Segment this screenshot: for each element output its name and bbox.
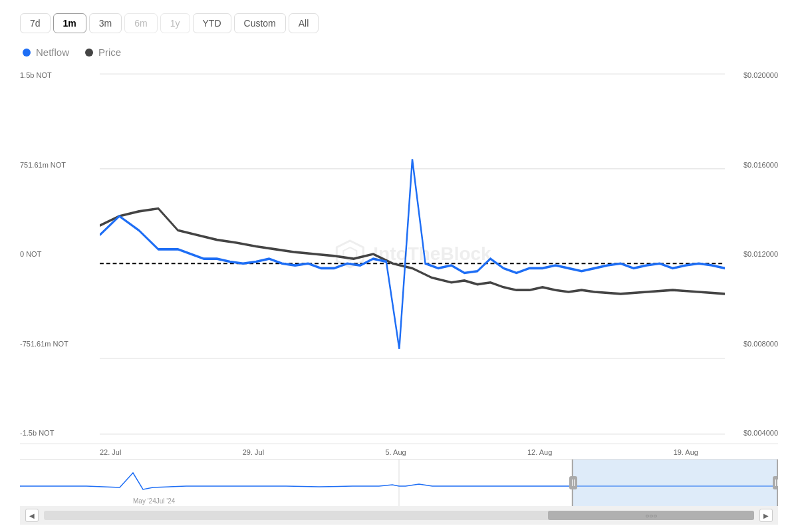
mini-chart-inner: May '24 Jul '24 [20, 460, 778, 506]
chart-area: 1.5b NOT 751.61m NOT 0 NOT -751.61m NOT … [20, 65, 778, 525]
x-axis: 22. Jul 29. Jul 5. Aug 12. Aug 19. Aug [20, 444, 778, 456]
netflow-dot [23, 49, 31, 57]
nav-scrollbar[interactable]: ○○○ [44, 511, 754, 520]
filter-ytd[interactable]: YTD [193, 13, 231, 33]
mini-date-labels: May '24 Jul '24 [20, 497, 778, 505]
x-label-0: 22. Jul [100, 448, 121, 456]
price-dot [85, 49, 93, 57]
chart-legend: Netflow Price [20, 47, 778, 58]
mini-handle-left[interactable] [569, 476, 577, 489]
legend-netflow: Netflow [23, 47, 69, 58]
netflow-line [100, 160, 725, 349]
filter-1m[interactable]: 1m [53, 13, 86, 33]
price-label: Price [98, 47, 121, 58]
y-label-right-0: $0.020000 [725, 71, 778, 79]
x-label-3: 12. Aug [527, 448, 552, 456]
y-label-right-1: $0.016000 [725, 161, 778, 169]
nav-scroll-thumb[interactable]: ○○○ [548, 511, 754, 520]
chart-svg-container: IntoTheBlock [100, 65, 725, 444]
x-label-1: 29. Jul [243, 448, 264, 456]
x-label-4: 19. Aug [674, 448, 698, 456]
y-axis-right: $0.020000 $0.016000 $0.012000 $0.008000 … [725, 65, 778, 444]
nav-arrow-right[interactable]: ▶ [759, 509, 773, 522]
netflow-label: Netflow [36, 47, 69, 58]
mini-date-1: Jul '24 [156, 497, 176, 505]
mini-nav-bar: ◀ ○○○ ▶ [20, 506, 778, 525]
filter-1y[interactable]: 1y [160, 13, 190, 33]
price-line [100, 209, 725, 294]
y-label-2: 0 NOT [20, 250, 100, 258]
y-label-right-4: $0.004000 [725, 429, 778, 437]
y-label-4: -1.5b NOT [20, 429, 100, 437]
y-label-right-3: $0.008000 [725, 340, 778, 348]
mini-handle-right[interactable] [773, 476, 778, 489]
y-label-1: 751.61m NOT [20, 161, 100, 169]
filter-custom[interactable]: Custom [234, 13, 286, 33]
mini-chart-container: May '24 Jul '24 ◀ ○○○ ▶ [20, 459, 778, 525]
nav-arrow-left[interactable]: ◀ [25, 509, 39, 522]
legend-price: Price [85, 47, 121, 58]
y-label-3: -751.61m NOT [20, 340, 100, 348]
main-container: 7d 1m 3m 6m 1y YTD Custom All Netflow Pr… [0, 0, 798, 532]
filter-6m[interactable]: 6m [124, 13, 157, 33]
main-chart-svg [100, 65, 725, 444]
y-label-right-2: $0.012000 [725, 250, 778, 258]
chart-wrapper: 1.5b NOT 751.61m NOT 0 NOT -751.61m NOT … [20, 65, 778, 525]
filter-all[interactable]: All [289, 13, 319, 33]
time-filter-bar: 7d 1m 3m 6m 1y YTD Custom All [20, 13, 778, 33]
x-label-2: 5. Aug [385, 448, 406, 456]
filter-7d[interactable]: 7d [20, 13, 51, 33]
chart-main: 1.5b NOT 751.61m NOT 0 NOT -751.61m NOT … [20, 65, 778, 444]
filter-3m[interactable]: 3m [89, 13, 122, 33]
mini-date-0: May '24 [133, 497, 156, 505]
y-axis-left: 1.5b NOT 751.61m NOT 0 NOT -751.61m NOT … [20, 65, 100, 444]
y-label-0: 1.5b NOT [20, 71, 100, 79]
